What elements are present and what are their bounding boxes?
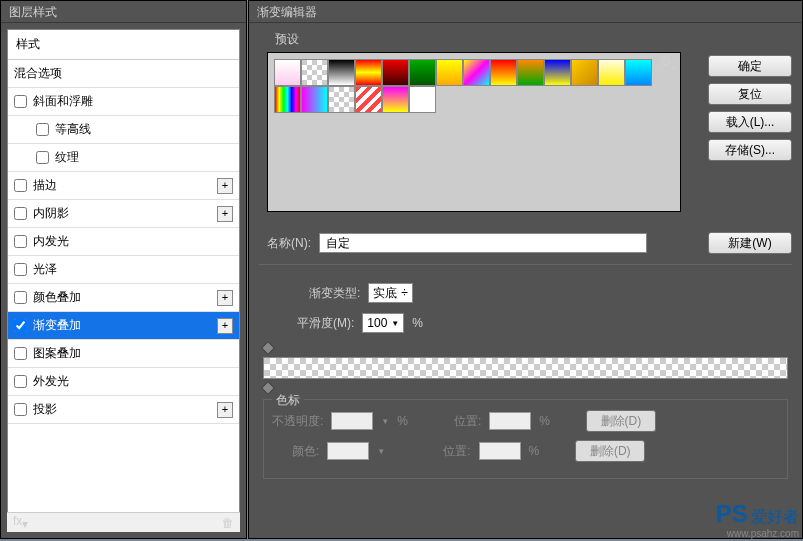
style-item[interactable]: 图案叠加 (8, 340, 239, 368)
style-item[interactable]: 颜色叠加+ (8, 284, 239, 312)
save-button[interactable]: 存储(S)... (708, 139, 792, 161)
style-label: 投影 (33, 401, 57, 418)
style-label: 颜色叠加 (33, 289, 81, 306)
gradient-preset[interactable] (382, 86, 409, 113)
name-input[interactable] (319, 233, 647, 253)
preset-label: 预设 (275, 31, 792, 48)
gradient-preset[interactable] (436, 59, 463, 86)
opacity-stop[interactable] (261, 341, 275, 355)
style-item[interactable]: 描边+ (8, 172, 239, 200)
add-effect-button[interactable]: + (217, 178, 233, 194)
opacity-label: 不透明度: (272, 413, 323, 430)
percent-label: % (412, 316, 423, 330)
style-label: 描边 (33, 177, 57, 194)
color-label: 颜色: (292, 443, 319, 460)
style-checkbox[interactable] (36, 123, 49, 136)
gradient-preset[interactable] (598, 59, 625, 86)
left-title: 图层样式 (1, 1, 246, 23)
gradient-preset[interactable] (490, 59, 517, 86)
stops-fieldset: 色标 不透明度: ▼ % 位置: % 删除(D) 颜色: ▼ (263, 399, 788, 479)
reset-button[interactable]: 复位 (708, 83, 792, 105)
name-label: 名称(N): (267, 235, 311, 252)
style-label: 内发光 (33, 233, 69, 250)
chevron-icon: ÷ (401, 286, 408, 300)
gradient-bar[interactable] (263, 357, 788, 379)
style-label: 纹理 (55, 149, 79, 166)
gradient-preset[interactable] (571, 59, 598, 86)
style-item[interactable]: 投影+ (8, 396, 239, 424)
add-effect-button[interactable]: + (217, 402, 233, 418)
add-effect-button[interactable]: + (217, 318, 233, 334)
gradient-preset[interactable] (328, 86, 355, 113)
position-input-2 (479, 442, 521, 460)
gradient-preset[interactable] (544, 59, 571, 86)
blend-options-row[interactable]: 混合选项 (8, 60, 239, 88)
style-label: 内阴影 (33, 205, 69, 222)
gradient-type-select[interactable]: 实底÷ (368, 283, 413, 303)
style-item[interactable]: 纹理 (8, 144, 239, 172)
preset-swatches (267, 52, 681, 212)
gradient-preset[interactable] (328, 59, 355, 86)
position-label-2: 位置: (443, 443, 470, 460)
style-checkbox[interactable] (14, 95, 27, 108)
gradient-preset[interactable] (355, 86, 382, 113)
layer-style-panel: 图层样式 样式 混合选项 斜面和浮雕等高线纹理描边+内阴影+内发光光泽颜色叠加+… (0, 0, 247, 539)
style-label: 光泽 (33, 261, 57, 278)
styles-header[interactable]: 样式 (8, 30, 239, 60)
opacity-input (331, 412, 373, 430)
style-checkbox[interactable] (14, 207, 27, 220)
style-item[interactable]: 内发光 (8, 228, 239, 256)
gradient-preset[interactable] (625, 59, 652, 86)
style-checkbox[interactable] (14, 235, 27, 248)
ok-button[interactable]: 确定 (708, 55, 792, 77)
style-checkbox[interactable] (14, 403, 27, 416)
style-label: 外发光 (33, 373, 69, 390)
gradient-preset[interactable] (382, 59, 409, 86)
style-checkbox[interactable] (14, 179, 27, 192)
color-swatch-input (327, 442, 369, 460)
color-stops[interactable] (263, 383, 788, 393)
gradient-preset[interactable] (301, 59, 328, 86)
style-checkbox[interactable] (14, 291, 27, 304)
opacity-stops[interactable] (263, 343, 788, 353)
gradient-preset[interactable] (355, 59, 382, 86)
style-item[interactable]: 等高线 (8, 116, 239, 144)
gradient-preset[interactable] (463, 59, 490, 86)
style-checkbox[interactable] (14, 263, 27, 276)
style-checkbox[interactable] (36, 151, 49, 164)
trash-icon[interactable]: 🗑 (222, 516, 234, 530)
style-item[interactable]: 渐变叠加+ (8, 312, 239, 340)
style-item[interactable]: 光泽 (8, 256, 239, 284)
smoothness-input[interactable]: 100▼ (362, 313, 404, 333)
style-label: 渐变叠加 (33, 317, 81, 334)
gear-icon[interactable]: ⚙▾ (659, 53, 676, 72)
position-input-1 (489, 412, 531, 430)
style-label: 斜面和浮雕 (33, 93, 93, 110)
gradient-preset[interactable] (301, 86, 328, 113)
gradient-preset[interactable] (517, 59, 544, 86)
style-item[interactable]: 内阴影+ (8, 200, 239, 228)
style-checkbox[interactable] (14, 319, 27, 332)
style-checkbox[interactable] (14, 375, 27, 388)
style-checkbox[interactable] (14, 347, 27, 360)
add-effect-button[interactable]: + (217, 206, 233, 222)
gradient-preset[interactable] (409, 59, 436, 86)
gradient-preset[interactable] (409, 86, 436, 113)
chevron-down-icon: ▼ (391, 319, 399, 328)
style-label: 等高线 (55, 121, 91, 138)
style-list: 样式 混合选项 斜面和浮雕等高线纹理描边+内阴影+内发光光泽颜色叠加+渐变叠加+… (7, 29, 240, 517)
new-button[interactable]: 新建(W) (708, 232, 792, 254)
gradient-type-label: 渐变类型: (309, 285, 360, 302)
stops-legend: 色标 (272, 392, 304, 409)
style-item[interactable]: 外发光 (8, 368, 239, 396)
fx-icon[interactable]: fx▾ (13, 514, 28, 531)
load-button[interactable]: 载入(L)... (708, 111, 792, 133)
watermark: PS 爱好者 www.psahz.com (716, 500, 799, 539)
add-effect-button[interactable]: + (217, 290, 233, 306)
delete-color-stop-button: 删除(D) (575, 440, 645, 462)
blend-options-label: 混合选项 (14, 65, 62, 82)
gradient-preset[interactable] (274, 59, 301, 86)
gradient-preset[interactable] (274, 86, 301, 113)
position-label-1: 位置: (454, 413, 481, 430)
style-item[interactable]: 斜面和浮雕 (8, 88, 239, 116)
